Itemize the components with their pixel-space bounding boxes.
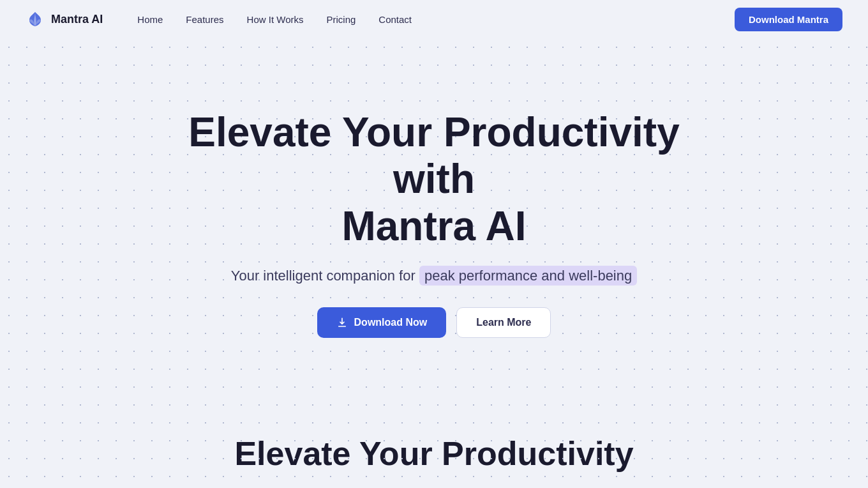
nav-link-contact[interactable]: Contact (370, 10, 421, 29)
section-title: Elevate Your Productivity (179, 434, 689, 473)
hero-buttons: Download Now Learn More (317, 307, 551, 338)
navbar: Mantra AI Home Features How It Works Pri… (0, 0, 868, 38)
download-now-button[interactable]: Download Now (317, 307, 447, 338)
hero-subtitle-highlight: peak performance and well-being (419, 266, 637, 286)
nav-link-how-it-works[interactable]: How It Works (238, 10, 313, 29)
hero-section: Elevate Your Productivity with Mantra AI… (0, 38, 868, 396)
nav-link-home[interactable]: Home (128, 10, 172, 29)
learn-more-label: Learn More (476, 317, 531, 328)
learn-more-button[interactable]: Learn More (456, 307, 551, 338)
hero-subtitle: Your intelligent companion for peak perf… (231, 268, 637, 284)
hero-title-line1: Elevate Your Productivity with (188, 109, 679, 202)
download-now-label: Download Now (354, 317, 428, 328)
section-below-hero: Elevate Your Productivity (0, 396, 868, 485)
download-mantra-button[interactable]: Download Mantra (735, 8, 842, 31)
download-icon (336, 317, 348, 328)
hero-subtitle-prefix: Your intelligent companion for (231, 268, 415, 284)
nav-link-pricing[interactable]: Pricing (317, 10, 364, 29)
brand-logo-link[interactable]: Mantra AI (26, 10, 103, 29)
navbar-left: Mantra AI Home Features How It Works Pri… (26, 10, 421, 29)
brand-logo-icon (26, 10, 45, 29)
nav-link-features[interactable]: Features (177, 10, 232, 29)
hero-title: Elevate Your Productivity with Mantra AI (179, 109, 689, 250)
hero-title-line2: Mantra AI (341, 203, 526, 249)
brand-name: Mantra AI (51, 13, 103, 26)
nav-links: Home Features How It Works Pricing Conta… (128, 10, 421, 29)
